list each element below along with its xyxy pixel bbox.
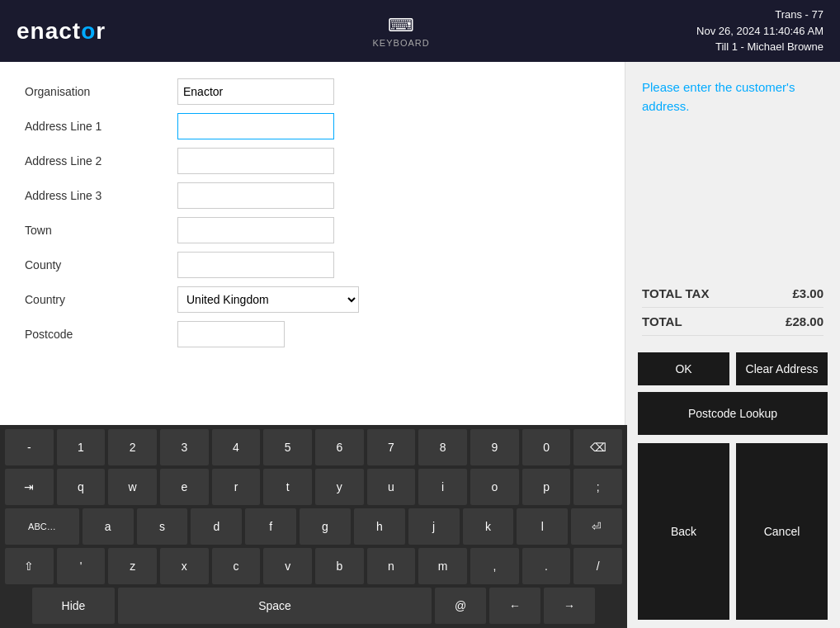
address-line1-label: Address Line 1 (25, 120, 177, 133)
till-info: Till 1 - Michael Browne (696, 39, 823, 55)
key-d[interactable]: d (191, 508, 242, 545)
postcode-input[interactable] (177, 321, 285, 347)
country-select[interactable]: United Kingdom United States Germany Fra… (177, 286, 359, 313)
address-line3-label: Address Line 3 (25, 189, 177, 202)
postcode-label: Postcode (25, 328, 177, 341)
header: enactor ⌨ KEYBOARD Trans - 77 Nov 26, 20… (0, 0, 840, 62)
ok-button[interactable]: OK (638, 352, 729, 385)
key-s[interactable]: s (137, 508, 188, 545)
key-dash[interactable]: - (5, 429, 54, 465)
organisation-input[interactable] (177, 78, 334, 105)
key-left-arrow[interactable]: ← (489, 588, 540, 624)
organisation-label: Organisation (25, 85, 177, 98)
key-8[interactable]: 8 (418, 429, 467, 465)
organisation-row: Organisation (25, 78, 600, 105)
key-comma[interactable]: , (470, 548, 519, 584)
address-line2-row: Address Line 2 (25, 148, 600, 174)
key-r[interactable]: r (212, 469, 261, 505)
key-5[interactable]: 5 (263, 429, 312, 465)
key-2[interactable]: 2 (108, 429, 157, 465)
logo: enactor (17, 18, 106, 45)
key-l[interactable]: l (517, 508, 568, 545)
key-4[interactable]: 4 (212, 429, 261, 465)
key-period[interactable]: . (522, 548, 571, 584)
county-row: County (25, 252, 600, 278)
keyboard-row-5: Hide Space @ ← → (5, 588, 622, 624)
key-y[interactable]: y (315, 469, 364, 505)
key-j[interactable]: j (408, 508, 460, 545)
key-apostrophe[interactable]: ' (57, 548, 106, 584)
key-e[interactable]: e (160, 469, 209, 505)
town-label: Town (25, 224, 177, 237)
key-u[interactable]: u (367, 469, 416, 505)
town-row: Town (25, 217, 600, 243)
key-0[interactable]: 0 (522, 429, 571, 465)
key-v[interactable]: v (263, 548, 312, 584)
address-line3-row: Address Line 3 (25, 182, 600, 209)
county-input[interactable] (177, 252, 334, 278)
key-g[interactable]: g (300, 508, 351, 545)
key-9[interactable]: 9 (470, 429, 519, 465)
key-n[interactable]: n (367, 548, 416, 584)
key-slash[interactable]: / (573, 548, 622, 584)
address-line3-input[interactable] (177, 182, 334, 209)
key-abc[interactable]: ABC… (5, 508, 79, 545)
country-row: Country United Kingdom United States Ger… (25, 286, 600, 313)
keyboard-label: KEYBOARD (373, 38, 430, 48)
key-q[interactable]: q (57, 469, 106, 505)
key-x[interactable]: x (160, 548, 209, 584)
key-z[interactable]: z (108, 548, 157, 584)
back-button[interactable]: Back (638, 443, 729, 620)
town-input[interactable] (177, 217, 334, 243)
hide-keyboard-button[interactable]: Hide (32, 588, 115, 624)
key-7[interactable]: 7 (367, 429, 416, 465)
key-semicolon[interactable]: ; (573, 469, 622, 505)
address-line2-label: Address Line 2 (25, 154, 177, 168)
key-at[interactable]: @ (435, 588, 486, 624)
logo-accent: o (81, 18, 96, 44)
key-tab[interactable]: ⇥ (5, 469, 54, 505)
right-panel: Please enter the customer's address. TOT… (625, 62, 840, 628)
key-backspace[interactable]: ⌫ (573, 429, 622, 465)
total-tax-label: TOTAL TAX (642, 286, 709, 300)
key-f[interactable]: f (245, 508, 296, 545)
key-c[interactable]: c (212, 548, 261, 584)
key-shift[interactable]: ⇧ (5, 548, 54, 584)
clear-address-button[interactable]: Clear Address (736, 352, 828, 385)
keyboard-panel: - 1 2 3 4 5 6 7 8 9 0 ⌫ ⇥ q w e r t y u … (0, 425, 627, 628)
key-i[interactable]: i (418, 469, 467, 505)
address-line1-input[interactable] (177, 113, 334, 139)
key-1[interactable]: 1 (57, 429, 106, 465)
key-m[interactable]: m (418, 548, 467, 584)
key-3[interactable]: 3 (160, 429, 209, 465)
key-p[interactable]: p (522, 469, 571, 505)
postcode-lookup-button[interactable]: Postcode Lookup (638, 392, 828, 435)
keyboard-toggle[interactable]: ⌨ KEYBOARD (373, 15, 430, 48)
address-line2-input[interactable] (177, 148, 334, 174)
key-enter[interactable]: ⏎ (571, 508, 622, 545)
key-k[interactable]: k (463, 508, 514, 545)
total-row: TOTAL £28.00 (642, 308, 823, 336)
keyboard-row-1: - 1 2 3 4 5 6 7 8 9 0 ⌫ (5, 429, 622, 465)
postcode-row: Postcode (25, 321, 600, 347)
totals-area: TOTAL TAX £3.00 TOTAL £28.00 (625, 272, 840, 344)
country-label: Country (25, 293, 177, 306)
hint-area: Please enter the customer's address. (625, 62, 840, 272)
key-space[interactable]: Space (118, 588, 432, 624)
trans-info: Trans - 77 (696, 7, 823, 23)
key-w[interactable]: w (108, 469, 157, 505)
keyboard-row-4: ⇧ ' z x c v b n m , . / (5, 548, 622, 584)
key-h[interactable]: h (354, 508, 405, 545)
key-right-arrow[interactable]: → (544, 588, 595, 624)
cancel-button[interactable]: Cancel (736, 443, 828, 620)
key-b[interactable]: b (315, 548, 364, 584)
nav-buttons: Back Cancel (625, 443, 840, 628)
keyboard-row-2: ⇥ q w e r t y u i o p ; (5, 469, 622, 505)
action-buttons: OK Clear Address Postcode Lookup (625, 344, 840, 443)
keyboard-row-3: ABC… a s d f g h j k l ⏎ (5, 508, 622, 545)
key-6[interactable]: 6 (315, 429, 364, 465)
date-time: Nov 26, 2024 11:40:46 AM (696, 23, 823, 40)
key-o[interactable]: o (470, 469, 519, 505)
key-t[interactable]: t (263, 469, 312, 505)
key-a[interactable]: a (83, 508, 134, 545)
